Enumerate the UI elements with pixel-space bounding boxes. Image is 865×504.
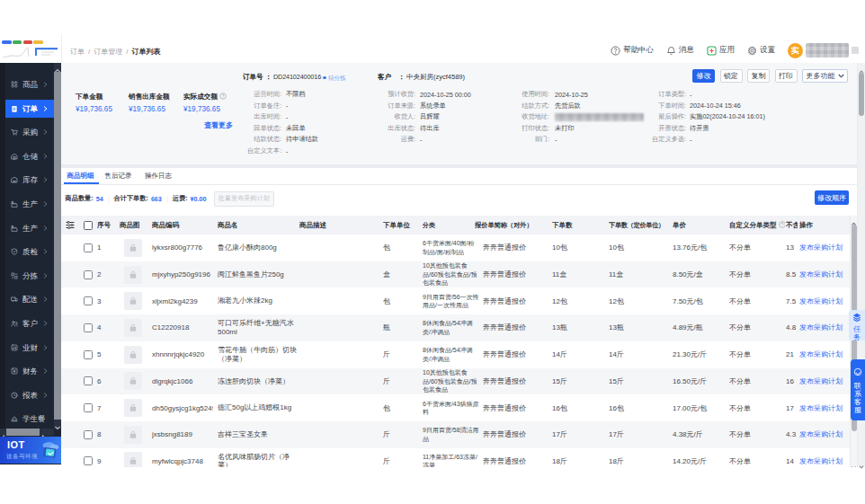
breadcrumb-item-2[interactable]: 订单管理 [94, 47, 122, 57]
avatar[interactable]: 实 [788, 43, 803, 58]
scroll-up-icon[interactable] [54, 63, 61, 72]
cell-quote: 奔奔普通报价 [483, 341, 548, 368]
tab-商品明细[interactable]: 商品明细 [67, 172, 94, 181]
sidebar-item-label: 商品 [22, 80, 38, 91]
filter-sliders-icon[interactable] [66, 221, 75, 229]
row-checkbox[interactable] [84, 323, 93, 332]
order-button-复制[interactable]: 复制 [747, 69, 770, 83]
table-row: 4C12220918可口可乐纤维+无糖汽水500ml瓶8休闲食品/54冲调类/冲… [61, 314, 850, 341]
publish-purchase-plan-link[interactable]: 发布采购计划 [799, 376, 843, 386]
task-float-button[interactable]: 任务 [849, 310, 865, 340]
contact-service-float-button[interactable]: 联系客服 [851, 359, 865, 420]
table-vertical-scrollbar[interactable] [850, 216, 857, 467]
column-header-label: 报价单简称（对外） [475, 221, 533, 230]
sidebar-scroll-thumb[interactable] [54, 72, 61, 420]
publish-purchase-plan-link[interactable]: 发布采购计划 [799, 270, 843, 279]
row-checkbox[interactable] [84, 430, 93, 439]
cell-price: 21.30元/斤 [673, 341, 725, 368]
table-row: 2mjxyhyp250g9196闽江鲜鱼黑鱼片250g盒10其他预包装食品/60… [61, 261, 850, 288]
sidebar-item-报表[interactable]: 报表 [5, 386, 54, 404]
table-scroll-up-icon[interactable] [851, 216, 857, 224]
sidebar-item-业财[interactable]: 业财 [5, 339, 54, 357]
page-scroll-down-icon[interactable] [858, 458, 865, 466]
row-checkbox[interactable] [84, 243, 93, 252]
scroll-down-icon[interactable] [54, 420, 61, 429]
page-scroll-up-icon[interactable] [858, 64, 865, 72]
row-checkbox[interactable] [84, 456, 93, 465]
order-button-更多功能[interactable]: 更多功能 [802, 69, 848, 83]
product-image-placeholder [124, 266, 142, 284]
batch-publish-button[interactable]: 批量发布采购计划 [214, 191, 275, 207]
reorder-button[interactable]: 修改顺序 [815, 190, 849, 205]
sidebar-item-生产[interactable]: 生产 [5, 219, 54, 237]
users-icon [11, 314, 18, 322]
cell-qty: 11盒 [552, 261, 604, 288]
sidebar-item-生产[interactable]: 生产 [5, 195, 54, 213]
row-drag-handle [66, 394, 78, 421]
cell-code: myfwlcqpjc3748 [152, 448, 213, 467]
field-fields_d-3: 最后操作:实施02(2024-10-24 16:01) [61, 111, 857, 123]
sidebar-item-配送[interactable]: 配送 [5, 290, 54, 308]
order-title-row: 订单号 ： DD24102400016 待分拣 客户 ： 中央厨房(zycf45… [61, 69, 857, 84]
messages-button[interactable]: 消息 [666, 45, 694, 56]
row-checkbox[interactable] [84, 403, 93, 412]
company-logo[interactable] [2, 40, 59, 59]
sidebar-item-采购[interactable]: 采购 [5, 123, 54, 141]
order-button-锁定[interactable]: 锁定 [720, 69, 743, 83]
sidebar-item-仓储[interactable]: 仓储 [5, 147, 54, 165]
chevron-right-icon [43, 321, 48, 326]
column-header-label: 单价 [673, 221, 686, 230]
field-label: 下单时间: [658, 102, 686, 111]
iot-banner[interactable]: IOT 设备与环境 [0, 437, 61, 464]
sidebar-item-商品[interactable]: 商品 [5, 75, 54, 93]
row-checkbox[interactable] [84, 270, 93, 279]
table-scroll-down-icon[interactable] [851, 459, 857, 467]
breadcrumb-item-1[interactable]: 订单 [70, 47, 85, 57]
chevron-right-icon [43, 129, 48, 135]
publish-purchase-plan-link[interactable]: 发布采购计划 [799, 296, 843, 306]
cell-unit: 包 [383, 287, 419, 314]
column-header-商品图: 商品图 [120, 216, 143, 234]
sidebar-hscroll-thumb[interactable] [6, 429, 40, 436]
sidebar-item-财务[interactable]: 财务 [5, 362, 54, 380]
breadcrumb-separator: / [126, 48, 128, 56]
sidebar-item-质检[interactable]: 质检 [5, 243, 54, 261]
sidebar-item-客户[interactable]: 客户 [5, 314, 54, 332]
cell-split-type: 不分单 [729, 368, 785, 395]
tab-售后记录[interactable]: 售后记录 [105, 172, 132, 181]
field-label: 自定义文本: [247, 146, 281, 155]
sidebar-item-订单[interactable]: 订单 [5, 100, 55, 118]
column-header-label: 商品编码 [152, 221, 179, 230]
select-all-checkbox[interactable] [84, 221, 93, 230]
cell-action: 发布采购计划 [799, 421, 850, 448]
sidebar-horizontal-scrollbar[interactable] [0, 429, 54, 436]
row-checkbox[interactable] [84, 376, 93, 385]
order-button-修改[interactable]: 修改 [692, 69, 715, 83]
publish-purchase-plan-link[interactable]: 发布采购计划 [799, 456, 843, 466]
sidebar-item-学生餐[interactable]: 学生餐 [5, 410, 54, 428]
order-button-打印[interactable]: 打印 [775, 69, 798, 83]
apps-button[interactable]: 应用 [707, 45, 735, 56]
tab-操作日志[interactable]: 操作日志 [145, 172, 172, 181]
sidebar-vertical-scrollbar[interactable] [54, 63, 61, 429]
sidebar-item-库存[interactable]: 库存 [5, 171, 54, 189]
row-checkbox[interactable] [84, 296, 93, 305]
publish-purchase-plan-link[interactable]: 发布采购计划 [799, 429, 843, 439]
row-checkbox-cell [84, 341, 94, 368]
topbar-actions: 帮助中心 消息 应用 设置 实 [611, 42, 859, 58]
publish-purchase-plan-link[interactable]: 发布采购计划 [799, 403, 843, 413]
row-drag-handle [66, 234, 78, 261]
cell-quote: 奔奔普通报价 [483, 234, 548, 261]
sidebar-item-label: 生产 [22, 224, 38, 234]
column-header-label: 下单数 [552, 221, 573, 230]
sidebar-item-分拣[interactable]: 分拣 [5, 267, 54, 285]
settings-button[interactable]: 设置 [747, 45, 775, 56]
cell-name: 名优风味腊肠切片（净菜） [218, 448, 300, 467]
publish-purchase-plan-link[interactable]: 发布采购计划 [799, 323, 843, 332]
row-checkbox[interactable] [84, 350, 93, 359]
publish-purchase-plan-link[interactable]: 发布采购计划 [799, 349, 843, 359]
help-center-button[interactable]: 帮助中心 [611, 45, 654, 56]
page-scroll-thumb[interactable] [859, 73, 864, 116]
publish-purchase-plan-link[interactable]: 发布采购计划 [799, 243, 843, 252]
stat-value: 54 [96, 195, 103, 203]
